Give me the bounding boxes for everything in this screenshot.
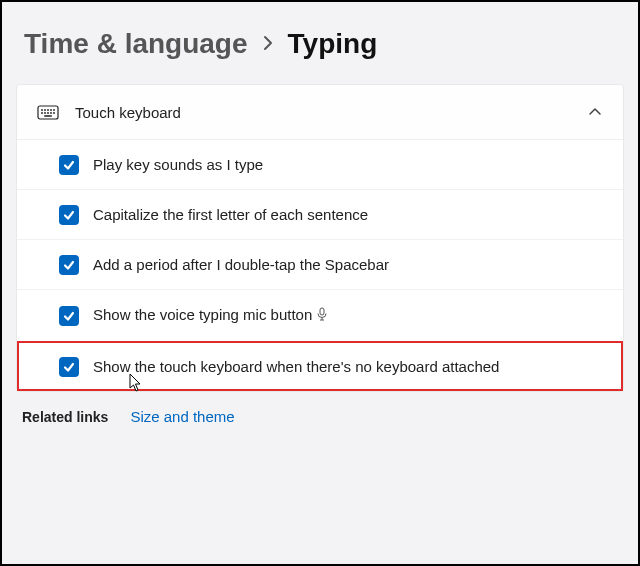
panel-options: Play key sounds as I typeCapitalize the … bbox=[17, 140, 623, 391]
breadcrumb-parent[interactable]: Time & language bbox=[24, 28, 248, 60]
option-label: Add a period after I double-tap the Spac… bbox=[93, 254, 389, 275]
svg-point-5 bbox=[53, 109, 55, 111]
svg-point-6 bbox=[41, 112, 43, 114]
option-label: Show the voice typing mic button bbox=[93, 304, 328, 327]
related-link-size-theme[interactable]: Size and theme bbox=[130, 408, 234, 425]
option-row[interactable]: Show the voice typing mic button bbox=[17, 289, 623, 341]
option-row[interactable]: Add a period after I double-tap the Spac… bbox=[17, 239, 623, 289]
panel-header[interactable]: Touch keyboard bbox=[17, 85, 623, 140]
chevron-up-icon bbox=[587, 104, 603, 120]
checkbox[interactable] bbox=[59, 205, 79, 225]
breadcrumb: Time & language Typing bbox=[16, 10, 624, 84]
svg-point-3 bbox=[47, 109, 49, 111]
svg-point-2 bbox=[44, 109, 46, 111]
mic-icon bbox=[316, 306, 328, 327]
option-label: Play key sounds as I type bbox=[93, 154, 263, 175]
checkbox[interactable] bbox=[59, 357, 79, 377]
option-label: Show the touch keyboard when there's no … bbox=[93, 356, 499, 377]
checkbox[interactable] bbox=[59, 155, 79, 175]
svg-point-8 bbox=[47, 112, 49, 114]
panel-title: Touch keyboard bbox=[75, 104, 587, 121]
keyboard-icon bbox=[37, 103, 59, 121]
related-links: Related links Size and theme bbox=[16, 392, 624, 429]
option-row[interactable]: Play key sounds as I type bbox=[17, 140, 623, 189]
chevron-right-icon bbox=[262, 32, 274, 58]
svg-point-7 bbox=[44, 112, 46, 114]
touch-keyboard-panel: Touch keyboard Play key sounds as I type… bbox=[16, 84, 624, 392]
option-row[interactable]: Show the touch keyboard when there's no … bbox=[17, 341, 623, 391]
svg-point-10 bbox=[53, 112, 55, 114]
svg-rect-11 bbox=[44, 115, 52, 117]
option-label: Capitalize the first letter of each sent… bbox=[93, 204, 368, 225]
svg-point-1 bbox=[41, 109, 43, 111]
checkbox[interactable] bbox=[59, 306, 79, 326]
related-links-title: Related links bbox=[22, 409, 108, 425]
settings-page: Time & language Typing Touch keyboard Pl… bbox=[0, 0, 640, 566]
option-row[interactable]: Capitalize the first letter of each sent… bbox=[17, 189, 623, 239]
svg-point-9 bbox=[50, 112, 52, 114]
breadcrumb-current: Typing bbox=[288, 28, 378, 60]
svg-point-4 bbox=[50, 109, 52, 111]
checkbox[interactable] bbox=[59, 255, 79, 275]
svg-rect-12 bbox=[320, 308, 324, 315]
